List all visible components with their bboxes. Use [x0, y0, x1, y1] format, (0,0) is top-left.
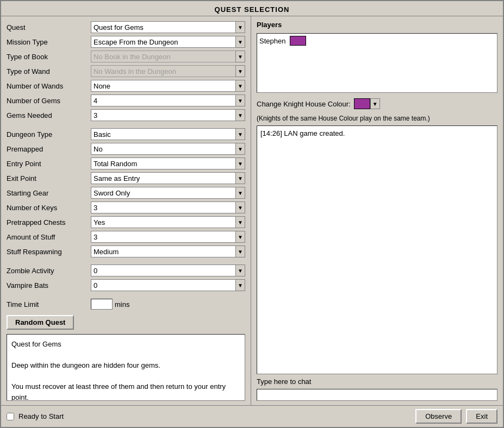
gems-needed-row: Gems Needed 3 ▼ [7, 109, 245, 122]
stuff-respawning-label: Stuff Respawning [7, 248, 91, 256]
vampire-bats-label: Vampire Bats [7, 281, 91, 289]
num-gems-select[interactable]: 4 [91, 95, 245, 106]
stuff-respawning-select[interactable]: Medium [91, 246, 245, 257]
mission-type-row: Mission Type Escape From the Dungeon ▼ [7, 35, 245, 48]
num-gems-label: Number of Gems [7, 97, 91, 105]
num-wands-label: Number of Wands [7, 82, 91, 90]
type-of-wand-select-wrapper: No Wands in the Dungeon ▼ [91, 65, 245, 77]
type-of-book-label: Type of Book [7, 53, 91, 61]
left-panel: Quest Quest for Gems ▼ Mission Type Esca… [1, 16, 251, 405]
quest-select-wrapper: Quest for Gems ▼ [91, 21, 245, 33]
knight-colour-row: Change Knight House Colour: ▼ [257, 96, 497, 111]
amount-stuff-select[interactable]: 3 [91, 231, 245, 243]
title-bar: QUEST SELECTION [1, 1, 503, 16]
players-box: Stephen [257, 33, 497, 93]
exit-point-select[interactable]: Same as Entry [91, 172, 245, 184]
colour-dropdown-btn[interactable]: ▼ [370, 98, 380, 109]
time-limit-row: Time Limit mins [7, 298, 245, 311]
type-of-wand-select[interactable]: No Wands in the Dungeon [91, 65, 245, 77]
knight-colour-label: Change Knight House Colour: [257, 100, 351, 108]
colour-swatch-btn[interactable]: ▼ [354, 98, 380, 109]
knight-note: (Knights of the same House Colour play o… [257, 115, 497, 122]
dungeon-type-row: Dungeon Type Basic ▼ [7, 128, 245, 141]
gems-needed-label: Gems Needed [7, 111, 91, 119]
zombie-activity-select-wrapper: 0 ▼ [91, 265, 245, 276]
premapped-label: Premapped [7, 145, 91, 153]
content-area: Quest Quest for Gems ▼ Mission Type Esca… [1, 16, 503, 405]
zombie-activity-select[interactable]: 0 [91, 265, 245, 276]
description-line-1: Deep within the dungeon are hidden four … [11, 360, 240, 371]
num-keys-label: Number of Keys [7, 204, 91, 212]
num-gems-row: Number of Gems 4 ▼ [7, 94, 245, 107]
exit-button[interactable]: Exit [466, 409, 497, 424]
vampire-bats-select-wrapper: 0 ▼ [91, 279, 245, 291]
right-panel: Players Stephen Change Knight House Colo… [251, 16, 503, 405]
pretrapped-chests-label: Pretrapped Chests [7, 218, 91, 226]
premapped-select-wrapper: No ▼ [91, 143, 245, 155]
entry-point-select[interactable]: Total Random [91, 158, 245, 169]
zombie-activity-label: Zombie Activity [7, 267, 91, 275]
ready-to-start-checkbox[interactable] [7, 413, 14, 420]
description-box: Quest for Gems Deep within the dungeon a… [7, 334, 245, 401]
random-quest-button[interactable]: Random Quest [7, 315, 74, 330]
starting-gear-row: Starting Gear Sword Only ▼ [7, 186, 245, 199]
amount-stuff-row: Amount of Stuff 3 ▼ [7, 230, 245, 243]
pretrapped-chests-select-wrapper: Yes ▼ [91, 216, 245, 228]
window-title: QUEST SELECTION [215, 5, 290, 14]
dungeon-type-select-wrapper: Basic ▼ [91, 128, 245, 140]
starting-gear-select[interactable]: Sword Only [91, 187, 245, 199]
type-of-book-row: Type of Book No Book in the Dungeon ▼ [7, 50, 245, 63]
type-of-wand-row: Type of Wand No Wands in the Dungeon ▼ [7, 65, 245, 78]
chat-label: Type here to chat [257, 377, 497, 386]
log-box: [14:26] LAN game created. [257, 125, 497, 374]
premapped-select[interactable]: No [91, 143, 245, 155]
num-keys-row: Number of Keys 3 ▼ [7, 201, 245, 214]
player-name: Stephen [259, 37, 285, 45]
type-of-wand-label: Type of Wand [7, 67, 91, 75]
premapped-row: Premapped No ▼ [7, 142, 245, 155]
time-limit-input[interactable] [91, 299, 113, 310]
players-label: Players [257, 21, 497, 29]
chat-input[interactable] [257, 389, 497, 401]
time-unit-label: mins [115, 300, 129, 309]
vampire-bats-select[interactable]: 0 [91, 279, 245, 291]
starting-gear-select-wrapper: Sword Only ▼ [91, 187, 245, 199]
num-keys-select[interactable]: 3 [91, 202, 245, 213]
gems-needed-select-wrapper: 3 ▼ [91, 109, 245, 121]
mission-type-select[interactable]: Escape From the Dungeon [91, 36, 245, 48]
num-gems-select-wrapper: 4 ▼ [91, 95, 245, 106]
gems-needed-select[interactable]: 3 [91, 109, 245, 121]
entry-point-select-wrapper: Total Random ▼ [91, 158, 245, 169]
amount-stuff-label: Amount of Stuff [7, 233, 91, 241]
zombie-activity-row: Zombie Activity 0 ▼ [7, 264, 245, 277]
quest-row: Quest Quest for Gems ▼ [7, 21, 245, 34]
starting-gear-label: Starting Gear [7, 189, 91, 197]
type-of-book-select-wrapper: No Book in the Dungeon ▼ [91, 51, 245, 62]
pretrapped-chests-select[interactable]: Yes [91, 216, 245, 228]
time-limit-label: Time Limit [7, 300, 91, 309]
colour-swatch [354, 98, 370, 109]
mission-type-select-wrapper: Escape From the Dungeon ▼ [91, 36, 245, 48]
entry-point-row: Entry Point Total Random ▼ [7, 157, 245, 170]
pretrapped-chests-row: Pretrapped Chests Yes ▼ [7, 216, 245, 229]
description-line-3: You must recover at least three of them … [11, 381, 240, 401]
description-title: Quest for Gems [11, 339, 240, 350]
stuff-respawning-select-wrapper: Medium ▼ [91, 246, 245, 257]
type-of-book-select[interactable]: No Book in the Dungeon [91, 51, 245, 62]
quest-select[interactable]: Quest for Gems [91, 21, 245, 33]
num-wands-select[interactable]: None [91, 80, 245, 92]
dungeon-type-label: Dungeon Type [7, 130, 91, 139]
observe-button[interactable]: Observe [415, 409, 462, 424]
dungeon-type-select[interactable]: Basic [91, 128, 245, 140]
player-color-swatch [290, 36, 306, 46]
mission-type-label: Mission Type [7, 38, 91, 46]
num-keys-select-wrapper: 3 ▼ [91, 202, 245, 213]
quest-label: Quest [7, 23, 91, 32]
amount-stuff-select-wrapper: 3 ▼ [91, 231, 245, 243]
num-wands-row: Number of Wands None ▼ [7, 79, 245, 92]
log-message: [14:26] LAN game created. [260, 129, 345, 137]
stuff-respawning-row: Stuff Respawning Medium ▼ [7, 245, 245, 258]
exit-point-label: Exit Point [7, 174, 91, 182]
entry-point-label: Entry Point [7, 160, 91, 168]
bottom-bar: Ready to Start Observe Exit [1, 405, 503, 427]
